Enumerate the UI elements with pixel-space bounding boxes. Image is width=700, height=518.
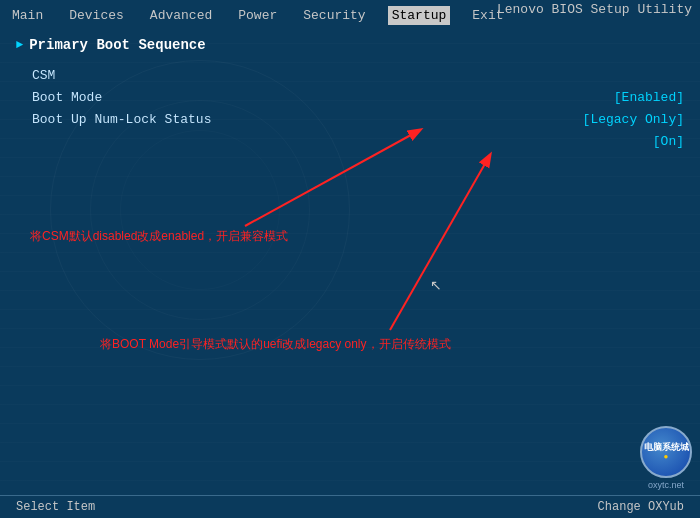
menu-bar: Main Devices Advanced Power Security Sta… xyxy=(0,0,700,29)
menu-items: Main Devices Advanced Power Security Sta… xyxy=(8,6,508,25)
setting-row-bootmode[interactable]: Boot Mode [Enabled] xyxy=(32,87,684,109)
section-arrow-icon: ► xyxy=(16,38,23,52)
bottom-hint-right: Change OXYub xyxy=(598,500,684,514)
numlock-value: [Legacy Only] xyxy=(554,109,684,131)
setting-row-on: [On] xyxy=(32,131,684,153)
numlock-label: Boot Up Num-Lock Status xyxy=(32,109,211,131)
logo-text-bottom: ● xyxy=(664,452,669,461)
menu-item-main[interactable]: Main xyxy=(8,6,47,25)
bottom-hint-left: Select Item xyxy=(16,500,95,514)
csm-label: CSM xyxy=(16,65,684,87)
bios-title: Lenovo BIOS Setup Utility xyxy=(497,2,692,17)
section-title: Primary Boot Sequence xyxy=(29,37,205,53)
setting-row-numlock[interactable]: Boot Up Num-Lock Status [Legacy Only] xyxy=(32,109,684,131)
section-header: ► Primary Boot Sequence xyxy=(16,37,684,53)
logo-url: oxytc.net xyxy=(648,480,684,490)
menu-item-security[interactable]: Security xyxy=(299,6,369,25)
logo-circle: 电脑系统城 ● xyxy=(640,426,692,478)
bios-screen: Main Devices Advanced Power Security Sta… xyxy=(0,0,700,518)
menu-item-advanced[interactable]: Advanced xyxy=(146,6,216,25)
menu-item-devices[interactable]: Devices xyxy=(65,6,128,25)
on-value: [On] xyxy=(554,131,684,153)
menu-item-power[interactable]: Power xyxy=(234,6,281,25)
svg-text:将BOOT Mode引导模式默认的uefi改成legacy : 将BOOT Mode引导模式默认的uefi改成legacy only，开启传统模… xyxy=(99,337,451,351)
svg-text:↖: ↖ xyxy=(430,277,442,293)
bootmode-value: [Enabled] xyxy=(554,87,684,109)
logo-watermark: 电脑系统城 ● oxytc.net xyxy=(640,426,692,490)
svg-text:将CSM默认disabled改成enabled，开启兼容模式: 将CSM默认disabled改成enabled，开启兼容模式 xyxy=(29,229,288,243)
logo-text-top: 电脑系统城 xyxy=(644,443,689,453)
menu-item-startup[interactable]: Startup xyxy=(388,6,451,25)
settings-table: Boot Mode [Enabled] Boot Up Num-Lock Sta… xyxy=(16,87,684,153)
content-area: ► Primary Boot Sequence CSM Boot Mode [E… xyxy=(0,29,700,157)
bottom-bar: Select Item Change OXYub xyxy=(0,495,700,518)
svg-line-5 xyxy=(390,155,490,330)
bootmode-label: Boot Mode xyxy=(32,87,102,109)
